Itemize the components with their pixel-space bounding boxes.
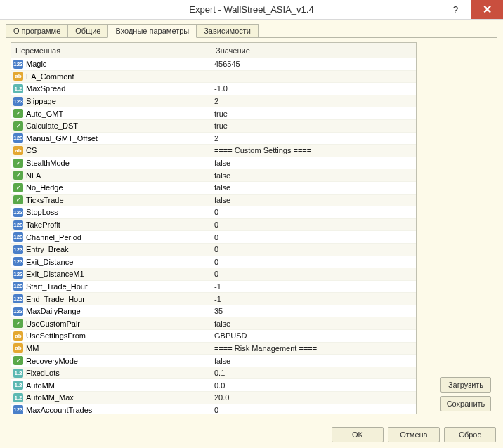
str-type-icon: ab [13, 343, 23, 353]
int-type-icon: 123 [13, 257, 23, 266]
table-row[interactable]: ✓NFAfalse [11, 169, 416, 182]
table-row[interactable]: abUseSettingsFromGBPUSD [11, 330, 416, 343]
table-row[interactable]: 123MaxAccountTrades0 [11, 404, 416, 414]
cell-variable: ✓RecoveryMode [11, 356, 211, 365]
cell-value[interactable]: false [211, 171, 416, 180]
cell-variable: abEA_Comment [11, 72, 211, 81]
cell-variable: abMM [11, 343, 211, 353]
cell-value[interactable]: -1 [211, 295, 416, 303]
cancel-button[interactable]: Отмена [388, 427, 440, 442]
cell-value[interactable]: 456545 [211, 60, 416, 68]
table-row[interactable]: 123Magic456545 [11, 58, 416, 71]
cell-variable: abCS [11, 146, 211, 155]
cell-value[interactable]: GBPUSD [211, 331, 416, 340]
table-row[interactable]: 123Manual_GMT_Offset2 [11, 133, 416, 145]
table-row[interactable]: abCS==== Custom Settings ==== [11, 145, 416, 157]
cell-value[interactable]: false [211, 183, 416, 192]
cell-value[interactable]: 0 [211, 208, 416, 216]
table-row[interactable]: 123Start_Trade_Hour-1 [11, 281, 416, 294]
cell-value[interactable]: false [211, 319, 416, 328]
header-value[interactable]: Значение [211, 46, 416, 55]
bool-type-icon: ✓ [13, 121, 23, 131]
cell-variable: 1.2FixedLots [11, 369, 211, 378]
cell-value[interactable]: -1.0 [211, 84, 416, 93]
cell-value[interactable]: 35 [211, 307, 416, 315]
cell-value[interactable]: 0 [211, 245, 416, 253]
reset-button[interactable]: Сброс [444, 427, 496, 442]
table-row[interactable]: 123Channel_Period0 [11, 231, 416, 244]
load-button[interactable]: Загрузить [440, 377, 491, 393]
table-row[interactable]: 1.2AutoMM0.0 [11, 379, 416, 392]
cell-value[interactable]: 2 [211, 134, 416, 143]
table-row[interactable]: 123Exit_Distance0 [11, 256, 416, 269]
cell-value[interactable]: false [211, 357, 416, 365]
table-row[interactable]: 123Exit_DistanceM10 [11, 268, 416, 281]
cell-variable: 123End_Trade_Hour [11, 294, 211, 303]
close-button[interactable]: ✕ [471, 0, 503, 19]
cell-value[interactable]: false [211, 159, 416, 167]
cell-variable: ✓UseCustomPair [11, 319, 211, 328]
str-type-icon: ab [13, 72, 23, 81]
param-name: Slippage [26, 97, 56, 105]
cell-value[interactable]: true [211, 110, 416, 118]
tab-inputs[interactable]: Входные параметры [107, 24, 197, 38]
cell-value[interactable]: 0 [211, 270, 416, 278]
int-type-icon: 123 [13, 294, 23, 303]
header-variable[interactable]: Переменная [11, 46, 211, 55]
cell-value[interactable]: true [211, 121, 416, 130]
param-name: MaxDailyRange [26, 307, 81, 315]
table-row[interactable]: ✓RecoveryModefalse [11, 355, 416, 367]
cell-value[interactable]: 2 [211, 97, 416, 105]
table-row[interactable]: ✓StealthModefalse [11, 157, 416, 170]
table-row[interactable]: ✓TicksTradefalse [11, 195, 416, 207]
table-row[interactable]: ✓Auto_GMTtrue [11, 107, 416, 120]
table-row[interactable]: 1.2AutoMM_Max20.0 [11, 392, 416, 404]
bool-type-icon: ✓ [13, 109, 23, 118]
param-name: Calculate_DST [26, 121, 78, 130]
table-row[interactable]: abEA_Comment [11, 71, 416, 84]
cell-variable: 123TakeProfit [11, 220, 211, 230]
cell-value[interactable]: 0 [211, 406, 416, 414]
table-row[interactable]: 123Slippage2 [11, 95, 416, 108]
table-row[interactable]: ✓No_Hedgefalse [11, 182, 416, 195]
cell-value[interactable]: false [211, 196, 416, 204]
cell-value[interactable]: ==== Risk Management ==== [211, 344, 416, 353]
table-row[interactable]: 123StopLoss0 [11, 206, 416, 219]
table-row[interactable]: 123MaxDailyRange35 [11, 305, 416, 318]
table-row[interactable]: abMM==== Risk Management ==== [11, 343, 416, 355]
table-row[interactable]: 123TakeProfit0 [11, 219, 416, 232]
cell-value[interactable]: 0.0 [211, 381, 416, 390]
ok-button[interactable]: OK [332, 427, 384, 442]
table-header: Переменная Значение [11, 43, 416, 58]
save-button[interactable]: Сохранить [440, 396, 491, 411]
params-table: Переменная Значение 123Magic456545abEA_C… [11, 42, 417, 414]
cell-variable: 123Entry_Break [11, 245, 211, 254]
cell-value[interactable]: 0 [211, 220, 416, 229]
cell-value[interactable]: -1 [211, 282, 416, 291]
param-name: FixedLots [26, 369, 60, 377]
table-row[interactable]: 123End_Trade_Hour-1 [11, 293, 416, 305]
bool-type-icon: ✓ [13, 356, 23, 365]
cell-value[interactable]: ==== Custom Settings ==== [211, 146, 416, 154]
table-row[interactable]: ✓Calculate_DSTtrue [11, 120, 416, 133]
param-name: Entry_Break [26, 245, 69, 253]
tab-about[interactable]: О программе [6, 24, 68, 37]
tab-deps[interactable]: Зависимости [196, 24, 259, 37]
table-row[interactable]: 1.2FixedLots0.1 [11, 367, 416, 380]
cell-value[interactable]: 0.1 [211, 369, 416, 377]
table-row[interactable]: 1.2MaxSpread-1.0 [11, 83, 416, 95]
cell-value[interactable]: 0 [211, 258, 416, 266]
cell-value[interactable]: 0 [211, 233, 416, 242]
help-button[interactable]: ? [440, 0, 471, 19]
param-name: Auto_GMT [26, 110, 63, 118]
int-type-icon: 123 [13, 220, 23, 230]
table-row[interactable]: ✓UseCustomPairfalse [11, 317, 416, 330]
param-name: End_Trade_Hour [26, 295, 85, 303]
param-name: StealthMode [26, 159, 70, 167]
str-type-icon: ab [13, 331, 23, 341]
bool-type-icon: ✓ [13, 195, 23, 204]
tab-common[interactable]: Общие [67, 24, 108, 37]
cell-variable: 1.2AutoMM [11, 381, 211, 390]
cell-value[interactable]: 20.0 [211, 393, 416, 402]
table-row[interactable]: 123Entry_Break0 [11, 244, 416, 256]
